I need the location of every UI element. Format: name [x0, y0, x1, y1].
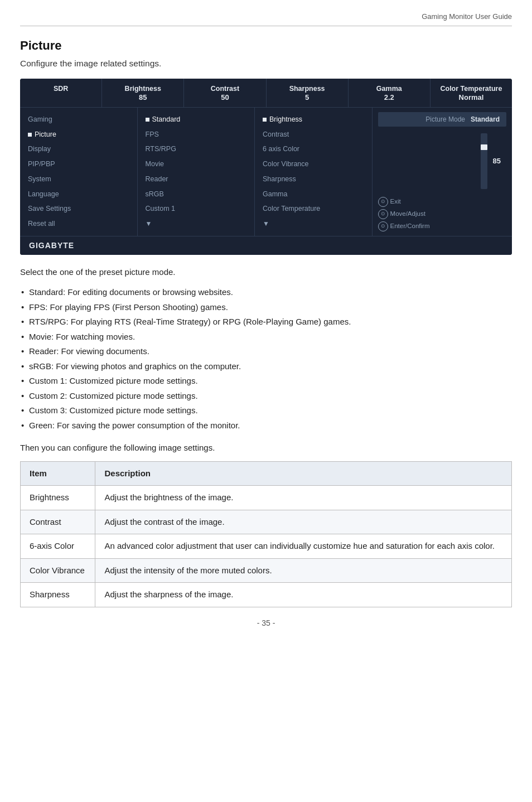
move-label: Move/Adjust: [390, 209, 425, 219]
osd-tab-brightness-value: 85: [105, 93, 180, 103]
osd-tab-sharpness-label: Sharpness: [270, 84, 345, 93]
osd-tab-gamma-value: 2.2: [352, 93, 427, 103]
osd-item-reader[interactable]: Reader: [138, 172, 255, 187]
bullet-item-1: FPS: For playing FPS (First Person Shoot…: [20, 300, 512, 315]
bullet-item-3: Movie: For watching movies.: [20, 330, 512, 345]
bullet-item-2: RTS/RPG: For playing RTS (Real-Time Stra…: [20, 315, 512, 330]
osd-ctrl-enter[interactable]: ⊙ Enter/Confirm: [378, 221, 506, 231]
page-title: Picture: [20, 36, 512, 55]
osd-tab-sharpness-value: 5: [270, 93, 345, 103]
table-desc-sharpness: Adjust the sharpness of the image.: [95, 583, 512, 607]
table-desc-contrast: Adjust the contrast of the image.: [95, 510, 512, 534]
osd-item-6axis[interactable]: 6 axis Color: [255, 142, 372, 157]
bullet-item-5: sRGB: For viewing photos and graphics on…: [20, 359, 512, 374]
osd-col-main: Gaming Picture Display PIP/PBP System La…: [20, 108, 138, 236]
table-header-description: Description: [95, 461, 512, 486]
table-item-color-vibrance: Color Vibrance: [21, 558, 95, 583]
table-row: 6-axis Color An advanced color adjustmen…: [21, 534, 512, 559]
page-number: - 35 -: [20, 617, 512, 629]
osd-ctrl-exit[interactable]: ⊙ Exit: [378, 197, 506, 207]
osd-item-color-vibrance[interactable]: Color Vibrance: [255, 157, 372, 172]
settings-table: Item Description Brightness Adjust the b…: [20, 461, 512, 607]
osd-tab-sdr[interactable]: SDR: [20, 79, 102, 107]
osd-tab-sdr-label: SDR: [23, 84, 98, 93]
osd-item-gaming[interactable]: Gaming: [20, 112, 137, 127]
bullet-item-7: Custom 2: Customized picture mode settin…: [20, 389, 512, 404]
osd-item-sharpness[interactable]: Sharpness: [255, 172, 372, 187]
osd-item-movie[interactable]: Movie: [138, 157, 255, 172]
slider-thumb: [481, 144, 487, 150]
osd-tab-brightness-label: Brightness: [105, 84, 180, 93]
table-desc-color-vibrance: Adjust the intensity of the more muted c…: [95, 558, 512, 583]
table-intro-text: Then you can configure the following ima…: [20, 442, 512, 455]
osd-item-rts[interactable]: RTS/RPG: [138, 142, 255, 157]
osd-tab-sharpness[interactable]: Sharpness 5: [267, 79, 349, 107]
osd-col-right: Picture Mode Standard 85 ⊙ Exit ⊙ Move/A…: [373, 108, 512, 236]
table-header-item: Item: [21, 461, 95, 486]
enter-label: Enter/Confirm: [390, 221, 430, 231]
bullet-item-9: Green: For saving the power consumption …: [20, 418, 512, 433]
gigabyte-logo: GIGABYTE: [29, 240, 74, 252]
osd-tab-gamma[interactable]: Gamma 2.2: [349, 79, 431, 107]
osd-item-display[interactable]: Display: [20, 142, 137, 157]
table-item-sharpness: Sharpness: [21, 583, 95, 607]
osd-item-fps[interactable]: FPS: [138, 127, 255, 142]
osd-item-pip[interactable]: PIP/PBP: [20, 157, 137, 172]
osd-tab-contrast-label: Contrast: [187, 84, 262, 93]
bullet-list: Standard: For editing documents or brows…: [20, 285, 512, 433]
exit-label: Exit: [390, 197, 401, 206]
osd-item-language[interactable]: Language: [20, 187, 137, 202]
table-row: Brightness Adjust the brightness of the …: [21, 486, 512, 510]
bullet-item-4: Reader: For viewing documents.: [20, 344, 512, 359]
osd-item-contrast[interactable]: Contrast: [255, 127, 372, 142]
osd-tab-color-temp-label: Color Temperature: [434, 84, 509, 93]
guide-title: Gaming Monitor User Guide: [422, 12, 512, 21]
osd-tab-contrast-value: 50: [187, 93, 262, 103]
osd-tab-contrast[interactable]: Contrast 50: [184, 79, 266, 107]
exit-icon: ⊙: [378, 197, 388, 207]
osd-topbar: SDR Brightness 85 Contrast 50 Sharpness …: [20, 79, 512, 108]
osd-ctrl-move[interactable]: ⊙ Move/Adjust: [378, 209, 506, 219]
osd-col-settings: Brightness Contrast 6 axis Color Color V…: [255, 108, 373, 236]
table-item-6axis: 6-axis Color: [21, 534, 95, 559]
osd-ui: SDR Brightness 85 Contrast 50 Sharpness …: [20, 79, 512, 255]
osd-footer: GIGABYTE: [20, 236, 512, 255]
osd-tab-brightness[interactable]: Brightness 85: [102, 79, 184, 107]
osd-tab-gamma-label: Gamma: [352, 84, 427, 93]
osd-item-brightness[interactable]: Brightness: [255, 112, 372, 127]
bullet-item-8: Custom 3: Customized picture mode settin…: [20, 403, 512, 418]
osd-tab-color-temp[interactable]: Color Temperature Normal: [431, 79, 512, 107]
page-header: Gaming Monitor User Guide: [20, 11, 512, 26]
brightness-slider-area: 85: [378, 131, 506, 191]
table-item-contrast: Contrast: [21, 510, 95, 534]
enter-icon: ⊙: [378, 221, 388, 231]
picture-mode-badge: Picture Mode Standard: [378, 112, 506, 127]
table-row: Contrast Adjust the contrast of the imag…: [21, 510, 512, 534]
page-subtitle: Configure the image related settings.: [20, 57, 512, 70]
table-desc-brightness: Adjust the brightness of the image.: [95, 486, 512, 510]
move-icon: ⊙: [378, 209, 388, 219]
bullet-item-6: Custom 1: Customized picture mode settin…: [20, 374, 512, 389]
osd-tab-color-temp-value: Normal: [434, 93, 509, 103]
picture-mode-value: Standard: [471, 114, 500, 124]
table-desc-6axis: An advanced color adjustment that user c…: [95, 534, 512, 559]
osd-item-standard[interactable]: Standard: [138, 112, 255, 127]
osd-item-reset[interactable]: Reset all: [20, 216, 137, 231]
osd-item-save[interactable]: Save Settings: [20, 201, 137, 216]
picture-mode-label: Picture Mode: [425, 114, 465, 124]
slider-value: 85: [493, 156, 501, 167]
osd-item-gamma[interactable]: Gamma: [255, 187, 372, 202]
osd-body: Gaming Picture Display PIP/PBP System La…: [20, 108, 512, 236]
table-item-brightness: Brightness: [21, 486, 95, 510]
intro-text: Select the one of the preset picture mod…: [20, 266, 512, 279]
table-row: Color Vibrance Adjust the intensity of t…: [21, 558, 512, 583]
osd-col-modes: Standard FPS RTS/RPG Movie Reader sRGB C…: [138, 108, 255, 236]
osd-item-picture[interactable]: Picture: [20, 127, 137, 142]
bullet-item-0: Standard: For editing documents or brows…: [20, 285, 512, 300]
osd-item-system[interactable]: System: [20, 172, 137, 187]
osd-item-srgb[interactable]: sRGB: [138, 187, 255, 202]
slider-track: [481, 133, 487, 189]
osd-item-custom1[interactable]: Custom 1: [138, 201, 255, 216]
osd-item-color-temp[interactable]: Color Temperature: [255, 201, 372, 216]
table-row: Sharpness Adjust the sharpness of the im…: [21, 583, 512, 607]
